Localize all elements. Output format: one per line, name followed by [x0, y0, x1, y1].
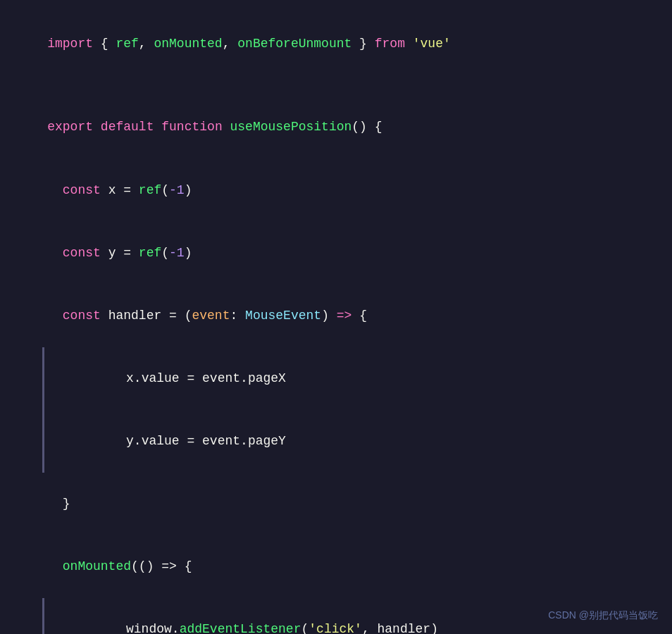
block-border	[42, 347, 44, 473]
code-line-6: const handler = (event: MouseEvent) => {	[17, 285, 655, 347]
code-line-10: onMounted(() => {	[17, 535, 655, 598]
code-line-4: const x = ref(-1)	[17, 159, 655, 222]
code-line-5: const y = ref(-1)	[17, 222, 655, 285]
code-line-2	[17, 75, 655, 97]
code-line-7: x.value = event.pageX	[50, 347, 655, 410]
code-line-3: export default function useMousePosition…	[17, 97, 655, 159]
code-line-1: import { ref, onMounted, onBeforeUnmount…	[17, 13, 655, 75]
code-line-9: }	[17, 473, 655, 535]
kw-import: import	[47, 37, 93, 51]
handler-block: x.value = event.pageX y.value = event.pa…	[17, 347, 655, 473]
block-border-2	[42, 598, 44, 634]
watermark: CSDN @别把代码当饭吃	[548, 607, 658, 623]
handler-block-content: x.value = event.pageX y.value = event.pa…	[50, 347, 655, 473]
code-editor: import { ref, onMounted, onBeforeUnmount…	[0, 0, 672, 634]
code-line-8: y.value = event.pageY	[50, 410, 655, 473]
